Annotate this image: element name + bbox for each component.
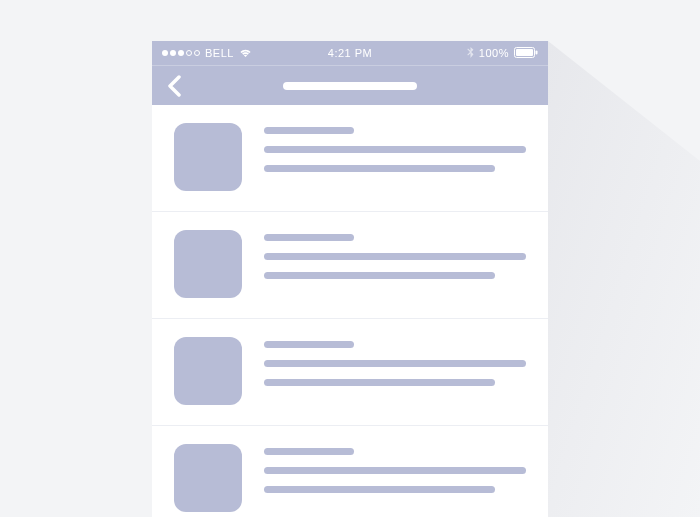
back-button[interactable] [162, 74, 186, 98]
list-item-text [264, 230, 526, 298]
item-body-line-2 [264, 486, 495, 493]
thumbnail-placeholder [174, 230, 242, 298]
item-title-placeholder [264, 448, 354, 455]
item-title-placeholder [264, 127, 354, 134]
list-item[interactable] [152, 212, 548, 319]
list-item-text [264, 444, 526, 512]
battery-percent: 100% [479, 47, 509, 59]
status-right: 100% [467, 47, 538, 60]
svg-rect-2 [516, 49, 533, 56]
clock: 4:21 PM [328, 47, 372, 59]
item-body-line-2 [264, 272, 495, 279]
phone-frame: BELL 4:21 PM 100% [152, 41, 548, 517]
item-body-line-1 [264, 146, 526, 153]
carrier-label: BELL [205, 47, 234, 59]
svg-marker-0 [548, 41, 700, 517]
wifi-icon [239, 48, 252, 58]
signal-strength-icon [162, 50, 200, 56]
bluetooth-icon [467, 47, 474, 60]
list-item[interactable] [152, 105, 548, 212]
item-body-line-1 [264, 467, 526, 474]
item-title-placeholder [264, 234, 354, 241]
item-body-line-2 [264, 165, 495, 172]
item-title-placeholder [264, 341, 354, 348]
item-body-line-1 [264, 253, 526, 260]
item-body-line-2 [264, 379, 495, 386]
navigation-bar [152, 65, 548, 105]
thumbnail-placeholder [174, 337, 242, 405]
thumbnail-placeholder [174, 123, 242, 191]
thumbnail-placeholder [174, 444, 242, 512]
svg-rect-3 [536, 50, 538, 54]
item-body-line-1 [264, 360, 526, 367]
battery-icon [514, 47, 538, 60]
list-item-text [264, 123, 526, 191]
list-item-text [264, 337, 526, 405]
page-title-placeholder [283, 82, 417, 90]
list-item[interactable] [152, 319, 548, 426]
phone-drop-shadow [548, 41, 700, 517]
chevron-left-icon [167, 75, 181, 97]
content-list [152, 105, 548, 517]
status-left: BELL [162, 47, 252, 59]
list-item[interactable] [152, 426, 548, 517]
status-bar: BELL 4:21 PM 100% [152, 41, 548, 65]
